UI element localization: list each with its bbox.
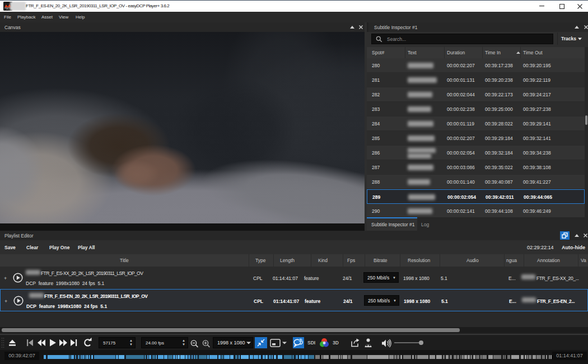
svg-text:1: 1 xyxy=(300,338,302,342)
svg-text:P+: P+ xyxy=(6,8,10,11)
